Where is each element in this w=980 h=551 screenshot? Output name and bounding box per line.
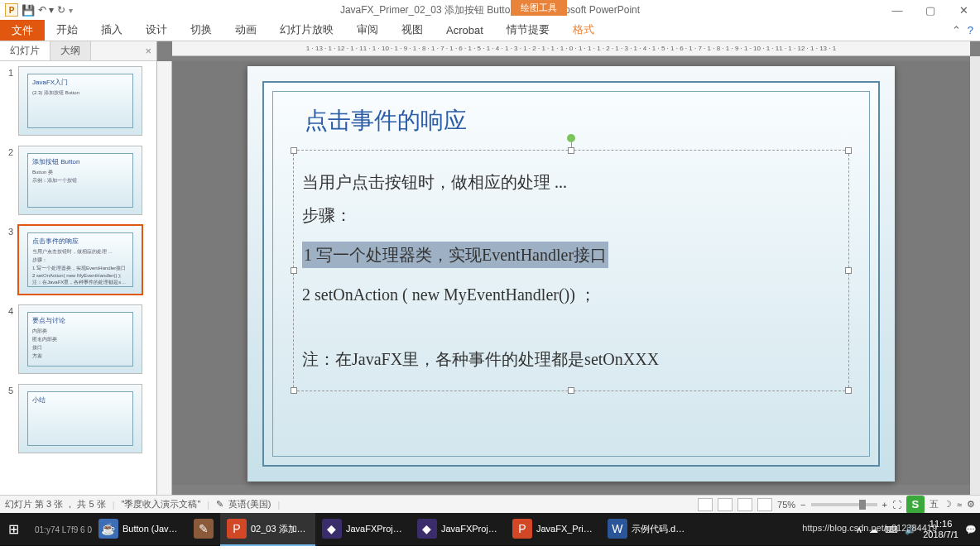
- side-panel-tabs: 幻灯片 大纲 ×: [0, 41, 156, 61]
- ribbon-collapse-icon[interactable]: ⌃: [952, 20, 961, 41]
- redo-icon[interactable]: ↻: [57, 4, 65, 16]
- ime-mode[interactable]: 五: [930, 498, 939, 510]
- quick-access-toolbar: P 💾 ↶ ▾ ↻ ▾: [0, 3, 78, 17]
- content-line[interactable]: 步骤：: [302, 202, 840, 228]
- tab-insert[interactable]: 插入: [89, 20, 134, 41]
- reading-view-button[interactable]: [737, 498, 752, 511]
- slides-panel: 幻灯片 大纲 × 1 JavaFX入门 (2.3) 添加按钮 Button 2 …: [0, 41, 157, 495]
- vertical-ruler[interactable]: [157, 61, 172, 495]
- ime-moon-icon[interactable]: ☽: [944, 499, 952, 510]
- window-controls: — ▢ ✕: [881, 0, 980, 20]
- minimize-button[interactable]: —: [881, 0, 914, 20]
- zoom-thumb[interactable]: [859, 500, 866, 510]
- resize-handle[interactable]: [845, 147, 852, 154]
- context-tab-drawing-tools[interactable]: 绘图工具: [511, 0, 567, 16]
- taskbar-item[interactable]: P02_03 添加按...: [220, 513, 315, 546]
- status-bar: 幻灯片 第 3 张 ， 共 5 张 | "季度收入演示文稿" | ✎ 英语(美国…: [0, 495, 980, 513]
- close-button[interactable]: ✕: [947, 0, 980, 20]
- close-panel-icon[interactable]: ×: [140, 45, 156, 57]
- tray-cloud-icon[interactable]: ☁: [869, 525, 878, 535]
- sorter-view-button[interactable]: [718, 498, 733, 511]
- zoom-out-icon[interactable]: −: [800, 500, 805, 510]
- slide-canvas[interactable]: 点击事件的响应 当用户点击按钮时，做相应的处理 ... 步骤：: [172, 61, 970, 485]
- tray-chevron-icon[interactable]: ∧: [856, 525, 862, 535]
- zoom-slider[interactable]: [811, 503, 877, 506]
- vertical-scrollbar[interactable]: [970, 56, 980, 495]
- tab-transitions[interactable]: 切换: [179, 20, 223, 41]
- tab-view[interactable]: 视图: [390, 20, 435, 41]
- window-title: JavaFX_Primer_02_03 添加按钮 Button.pptx - M…: [340, 3, 640, 17]
- video-overlay-text: 01:y74 L7f9 6 0: [35, 525, 92, 534]
- content-line[interactable]: 当用户点击按钮时，做相应的处理 ...: [302, 169, 840, 195]
- notification-icon[interactable]: 💬: [965, 525, 977, 535]
- system-tray: ∧ ☁ ⌨ 🔊 11:162018/7/1 💬: [856, 519, 977, 540]
- normal-view-button[interactable]: [698, 498, 713, 511]
- ime-icon[interactable]: ≈: [957, 500, 962, 510]
- app-icon[interactable]: P: [5, 3, 18, 17]
- qat-customize-icon[interactable]: ▾: [69, 6, 73, 15]
- resize-handle[interactable]: [291, 147, 297, 154]
- tab-acrobat[interactable]: Acrobat: [435, 20, 495, 41]
- thumb-number: 2: [3, 146, 18, 215]
- slide-editor: 1 · 13 · 1 · 12 · 1 · 11 · 1 · 10 · 1 · …: [157, 41, 980, 495]
- resize-handle[interactable]: [568, 387, 574, 394]
- language-indicator[interactable]: 英语(美国): [228, 498, 271, 510]
- ime-settings-icon[interactable]: ⚙: [967, 499, 975, 510]
- resize-handle[interactable]: [291, 267, 297, 274]
- tray-ime-icon[interactable]: ⌨: [885, 525, 898, 535]
- content-line-highlighted[interactable]: 1 写一个处理器类，实现EventHandler接口: [302, 242, 608, 268]
- slide-title[interactable]: 点击事件的响应: [305, 105, 849, 137]
- tray-volume-icon[interactable]: 🔊: [905, 525, 916, 535]
- taskbar-item[interactable]: ◆JavaFXProje...: [315, 513, 411, 546]
- undo-icon[interactable]: ↶ ▾: [38, 4, 54, 16]
- slideshow-view-button[interactable]: [757, 498, 772, 511]
- content-textbox[interactable]: 当用户点击按钮时，做相应的处理 ... 步骤： 1 写一个处理器类，实现Even…: [293, 150, 849, 391]
- tab-home[interactable]: 开始: [45, 20, 89, 41]
- ime-badge[interactable]: S: [906, 496, 925, 514]
- taskbar-clock[interactable]: 11:162018/7/1: [923, 519, 958, 540]
- tab-design[interactable]: 设计: [134, 20, 179, 41]
- maximize-button[interactable]: ▢: [914, 0, 947, 20]
- windows-taskbar: ⊞ 01:y74 L7f9 6 0 ☕Button (Java... ✎ P02…: [0, 513, 980, 546]
- slide-thumb-4[interactable]: 要点与讨论 内部类 匿名内部类 接口 方差: [18, 304, 142, 374]
- ribbon-tabs: 文件 开始 插入 设计 切换 动画 幻灯片放映 审阅 视图 Acrobat 情节…: [0, 20, 980, 41]
- help-icon[interactable]: ?: [968, 20, 973, 41]
- taskbar-item[interactable]: ✎: [187, 513, 220, 546]
- fit-window-icon[interactable]: ⛶: [892, 500, 901, 510]
- slide-thumb-3[interactable]: 点击事件的响应 当用户点击按钮时，做相应的处理 ... 步骤： 1 写一个处理器…: [18, 225, 142, 295]
- tab-slideshow[interactable]: 幻灯片放映: [268, 20, 345, 41]
- slide-thumb-2[interactable]: 添加按钮 Button Button 类 示例：添加一个按钮: [18, 146, 142, 215]
- theme-name: "季度收入演示文稿": [122, 498, 201, 510]
- tab-format[interactable]: 格式: [561, 20, 606, 41]
- zoom-in-icon[interactable]: +: [882, 500, 887, 510]
- taskbar-item[interactable]: W示例代码.doc...: [601, 513, 696, 546]
- slide-thumb-1[interactable]: JavaFX入门 (2.3) 添加按钮 Button: [18, 66, 142, 136]
- content-line[interactable]: 2 setOnAction ( new MyEventHandler()) ；: [302, 281, 840, 308]
- resize-handle[interactable]: [845, 387, 852, 394]
- rotation-handle[interactable]: [567, 134, 575, 142]
- zoom-level[interactable]: 75%: [777, 500, 795, 510]
- slide-counter: 幻灯片 第 3 张 ， 共 5 张: [5, 498, 106, 510]
- content-line[interactable]: 注：在JavaFX里，各种事件的处理都是setOnXXX: [302, 346, 840, 372]
- thumb-number: 4: [3, 304, 18, 374]
- resize-handle[interactable]: [845, 267, 852, 274]
- taskbar-item[interactable]: PJavaFX_Prim...: [506, 513, 601, 546]
- thumb-number: 3: [3, 225, 18, 295]
- tab-outline[interactable]: 大纲: [50, 41, 91, 60]
- slide-thumb-5[interactable]: 小结: [18, 384, 142, 453]
- status-right: 75% − + ⛶ S 五 ☽ ≈ ⚙: [698, 496, 975, 514]
- taskbar-item[interactable]: ◆JavaFXProje...: [411, 513, 506, 546]
- tab-animations[interactable]: 动画: [223, 20, 268, 41]
- resize-handle[interactable]: [291, 387, 297, 394]
- tab-slides[interactable]: 幻灯片: [0, 41, 50, 60]
- spellcheck-icon[interactable]: ✎: [216, 499, 223, 510]
- horizontal-ruler[interactable]: 1 · 13 · 1 · 12 · 1 · 11 · 1 · 10 · 1 · …: [172, 41, 970, 56]
- tab-review[interactable]: 审阅: [345, 20, 390, 41]
- current-slide[interactable]: 点击事件的响应 当用户点击按钮时，做相应的处理 ... 步骤：: [247, 66, 895, 482]
- file-tab[interactable]: 文件: [0, 20, 45, 41]
- start-button[interactable]: ⊞: [2, 513, 31, 546]
- tab-storyboard[interactable]: 情节提要: [495, 20, 561, 41]
- taskbar-item[interactable]: ☕Button (Java...: [92, 513, 187, 546]
- save-icon[interactable]: 💾: [22, 4, 35, 17]
- resize-handle[interactable]: [568, 147, 574, 154]
